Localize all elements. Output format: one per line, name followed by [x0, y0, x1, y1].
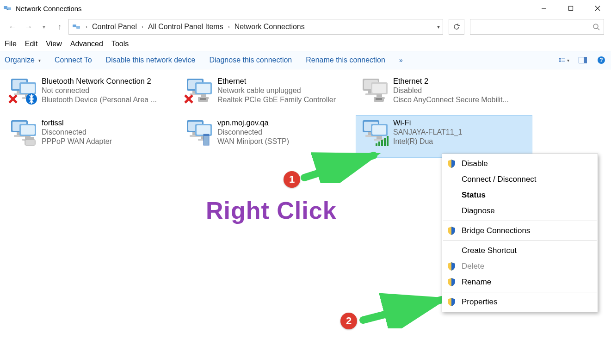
context-menu-label: Connect / Disconnect	[462, 175, 537, 184]
search-input[interactable]	[470, 19, 604, 35]
context-menu-item[interactable]: Connect / Disconnect	[442, 172, 598, 187]
svg-rect-0	[4, 6, 7, 9]
connections-area: Bluetooth Network Connection 2 Not conne…	[0, 69, 611, 162]
cmd-diagnose[interactable]: Diagnose this connection	[209, 56, 292, 64]
svg-rect-36	[201, 94, 206, 97]
shield-icon	[447, 159, 456, 168]
window-title: Network Connections	[16, 5, 82, 12]
close-button[interactable]	[584, 0, 611, 17]
connection-icon	[184, 118, 214, 146]
menu-tools[interactable]: Tools	[111, 40, 129, 48]
connection-device: Realtek PCIe GbE Family Controller	[217, 96, 336, 104]
svg-rect-8	[76, 26, 80, 29]
connection-icon	[360, 77, 389, 105]
connection-item[interactable]: Ethernet Network cable unplugged Realtek…	[180, 74, 356, 116]
maximize-button[interactable]	[557, 0, 584, 17]
chevron-right-icon[interactable]: ›	[84, 24, 89, 30]
context-menu-item[interactable]: Disable	[442, 156, 598, 172]
connection-name: Bluetooth Network Connection 2	[42, 77, 157, 86]
context-menu-separator	[443, 241, 597, 241]
svg-rect-79	[374, 139, 385, 141]
organize-menu[interactable]: Organize	[5, 56, 41, 64]
connection-status: Disconnected	[217, 128, 289, 136]
connection-status: Not connected	[42, 86, 157, 95]
connection-item[interactable]: Ethernet 2 Disabled Cisco AnyConnect Sec…	[356, 74, 532, 116]
context-menu-item[interactable]: Diagnose	[442, 203, 598, 219]
svg-line-86	[363, 300, 442, 320]
connection-icon	[360, 118, 389, 146]
breadcrumb-segment[interactable]: Network Connections	[235, 23, 305, 31]
breadcrumb-segment[interactable]: Control Panel	[92, 23, 137, 31]
svg-rect-47	[372, 84, 386, 93]
context-menu-item[interactable]: Status	[442, 187, 598, 203]
breadcrumb-bar[interactable]: › Control Panel › All Control Panel Item…	[68, 19, 443, 35]
view-options-button[interactable]	[559, 55, 569, 65]
connection-status: SANJAYA-FLAT11_1	[393, 128, 462, 136]
connection-icon	[8, 118, 38, 146]
menu-edit[interactable]: Edit	[25, 40, 38, 48]
annotation-arrow-2	[358, 291, 451, 328]
context-menu-item[interactable]: Create Shortcut	[442, 243, 598, 259]
help-button[interactable]: ?	[596, 55, 606, 65]
address-bar-row: ← → ▾ ↑ › Control Panel › All Control Pa…	[0, 17, 611, 37]
refresh-button[interactable]	[449, 19, 464, 35]
connection-item[interactable]: fortissl Disconnected PPPoP WAN Adapter	[5, 116, 180, 157]
connection-device: Cisco AnyConnect Secure Mobilit...	[393, 96, 509, 104]
annotation-badge-1: 1	[284, 171, 300, 188]
search-icon	[592, 23, 600, 31]
svg-rect-61	[26, 137, 34, 140]
context-menu-separator	[443, 292, 597, 292]
context-menu-item[interactable]: Bridge Connections	[442, 223, 598, 239]
menu-view[interactable]: View	[46, 40, 62, 48]
cmd-disable-device[interactable]: Disable this network device	[106, 56, 196, 64]
context-menu-label: Diagnose	[462, 206, 495, 216]
svg-rect-51	[376, 98, 382, 100]
connection-name: fortissl	[42, 118, 112, 127]
connection-device: Intel(R) Dua	[393, 137, 462, 146]
breadcrumb-segment[interactable]: All Control Panel Items	[148, 23, 223, 31]
cmd-overflow[interactable]: »	[399, 56, 403, 64]
forward-button[interactable]: →	[21, 20, 35, 34]
context-menu-item[interactable]: Rename	[442, 274, 598, 290]
up-button[interactable]: ↑	[53, 20, 67, 34]
preview-pane-button[interactable]	[578, 55, 588, 65]
window-controls	[531, 0, 611, 17]
chevron-down-icon[interactable]: ▾	[437, 24, 440, 30]
svg-rect-81	[378, 142, 380, 146]
chevron-right-icon[interactable]: ›	[140, 24, 145, 30]
recent-locations-button[interactable]: ▾	[37, 20, 51, 34]
context-menu-separator	[443, 221, 597, 221]
location-icon	[72, 22, 81, 31]
context-menu-item[interactable]: Properties	[442, 294, 598, 310]
svg-rect-71	[204, 134, 209, 136]
menu-advanced[interactable]: Advanced	[70, 40, 103, 48]
annotation-text: Right Click	[206, 197, 337, 224]
connection-icon	[8, 77, 38, 105]
cmd-rename[interactable]: Rename this connection	[306, 56, 385, 64]
chevron-right-icon[interactable]: ›	[226, 24, 232, 30]
svg-rect-60	[25, 140, 35, 145]
svg-rect-80	[376, 143, 377, 146]
connection-name: Ethernet	[217, 77, 336, 86]
title-bar: Network Connections	[0, 0, 611, 17]
network-connections-icon	[3, 4, 12, 13]
menu-file[interactable]: File	[5, 40, 17, 48]
connection-icon	[184, 77, 214, 105]
connection-status: Disconnected	[42, 128, 112, 136]
connection-device: PPPoP WAN Adapter	[42, 137, 112, 146]
connection-item[interactable]: Bluetooth Network Connection 2 Not conne…	[5, 74, 180, 116]
svg-rect-7	[73, 25, 76, 27]
svg-rect-83	[384, 138, 386, 146]
shield-icon	[447, 262, 456, 271]
annotation-arrow-1	[300, 151, 383, 183]
menu-bar: File Edit View Advanced Tools	[0, 37, 611, 51]
connection-status: Disabled	[393, 86, 509, 95]
svg-rect-82	[381, 140, 383, 146]
back-button[interactable]: ←	[6, 20, 19, 34]
cmd-connect-to[interactable]: Connect To	[55, 56, 92, 64]
minimize-button[interactable]	[531, 0, 557, 17]
command-bar: Organize Connect To Disable this network…	[0, 51, 611, 69]
context-menu-label: Delete	[462, 262, 484, 271]
context-menu-label: Disable	[462, 159, 488, 168]
shield-icon	[447, 226, 456, 235]
